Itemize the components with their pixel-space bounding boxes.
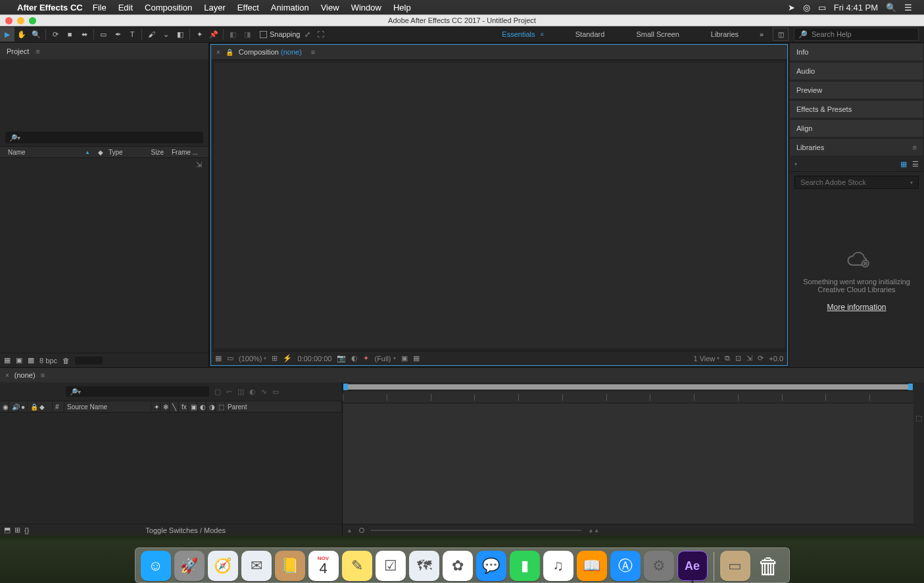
project-search-input[interactable]: 🔎▾ — [5, 132, 203, 143]
new-folder-icon[interactable]: ▣ — [16, 356, 22, 365]
dock-trash-icon[interactable]: 🗑 — [754, 551, 784, 581]
snapping-checkbox-icon[interactable] — [260, 31, 267, 38]
project-col-name[interactable]: Name▲ — [4, 149, 94, 156]
toggle-switches-button[interactable]: Toggle Switches / Modes — [33, 526, 338, 534]
app-name-menu[interactable]: After Effects CC — [17, 3, 83, 13]
delete-icon[interactable]: 🗑 — [62, 357, 70, 365]
timeline-canvas[interactable] — [343, 403, 913, 524]
dock-maps-icon[interactable]: 🗺 — [409, 551, 439, 581]
libraries-dropdown-icon[interactable]: ▾ — [794, 161, 797, 167]
comp-fast-preview-icon[interactable]: ⚡ — [283, 354, 292, 363]
workspace-small-screen[interactable]: Small Screen — [620, 26, 694, 42]
project-tab[interactable]: Project ≡ — [0, 43, 208, 59]
menu-file[interactable]: File — [87, 3, 112, 13]
timeline-tab-close-icon[interactable]: × — [5, 372, 9, 379]
layer-col-video-icon[interactable]: ◉ — [0, 401, 9, 412]
zoom-slider-track[interactable] — [371, 530, 581, 531]
selection-tool-icon[interactable]: ▶ — [0, 27, 14, 41]
zoom-in-icon[interactable]: ▲▲ — [588, 527, 600, 534]
libraries-list-view-icon[interactable]: ☰ — [912, 160, 919, 168]
comp-channel-icon[interactable]: ◐ — [351, 354, 358, 363]
layer-sw-6-icon[interactable]: ◐ — [197, 401, 207, 412]
dock-photos-icon[interactable]: ✿ — [443, 551, 473, 581]
project-col-label-icon[interactable]: ◆ — [94, 149, 105, 156]
dock-launchpad-icon[interactable]: 🚀 — [174, 551, 205, 581]
panel-effects-presets[interactable]: Effects & Presets — [789, 100, 924, 118]
layer-sw-1-icon[interactable]: ✦ — [151, 401, 160, 412]
dock-safari-icon[interactable]: 🧭 — [208, 551, 238, 581]
dock-messages-icon[interactable]: 💬 — [476, 551, 506, 581]
zoom-slider-thumb[interactable] — [359, 528, 364, 533]
layer-col-solo-icon[interactable]: ● — [18, 401, 28, 412]
comp-panel-menu-icon[interactable]: ≡ — [311, 48, 315, 56]
layer-col-lock-icon[interactable]: 🔒 — [28, 401, 37, 412]
clock[interactable]: Fri 4:41 PM — [834, 3, 878, 13]
roto-tool-icon[interactable]: ✦ — [192, 27, 207, 41]
window-zoom-button[interactable] — [29, 17, 36, 24]
rectangle-tool-icon[interactable]: ▭ — [96, 27, 110, 41]
comp-zoom-dropdown[interactable]: (100%) ▾ — [239, 355, 266, 363]
timeline-footer-icon-1[interactable]: ⬒ — [4, 526, 11, 534]
clone-tool-icon[interactable]: ⌄ — [158, 27, 173, 41]
comp-3d-icon[interactable]: ⧉ — [725, 354, 730, 363]
pan-behind-tool-icon[interactable]: ⬌ — [77, 27, 91, 41]
snapping-option-icon[interactable]: ⤢ — [304, 30, 310, 39]
composition-viewer[interactable] — [214, 63, 785, 348]
panel-libraries[interactable]: Libraries ≡ — [789, 138, 924, 157]
comp-tab-lock-icon[interactable]: 🔒 — [226, 49, 233, 56]
libraries-panel-menu-icon[interactable]: ≡ — [913, 143, 917, 151]
workspace-standard[interactable]: Standard — [560, 26, 621, 42]
menu-view[interactable]: View — [315, 3, 345, 13]
workspace-libraries[interactable]: Libraries — [695, 26, 754, 42]
menu-edit[interactable]: Edit — [112, 3, 139, 13]
comp-tab-close-icon[interactable]: × — [216, 49, 220, 56]
comp-timecode[interactable]: 0:00:00:00 — [297, 355, 331, 363]
search-help-input[interactable]: 🔎 Search Help — [794, 28, 919, 41]
dock-finder-icon[interactable]: ☺ — [141, 551, 171, 581]
display-icon[interactable]: ▭ — [818, 3, 826, 13]
menulist-icon[interactable]: ☰ — [904, 3, 912, 13]
comp-res-icon[interactable]: ⊞ — [272, 354, 278, 363]
layer-col-number[interactable]: # — [53, 401, 64, 412]
layer-sw-3-icon[interactable]: ╲ — [170, 401, 179, 412]
layer-sw-5-icon[interactable]: ▣ — [188, 401, 197, 412]
layer-sw-7-icon[interactable]: ◑ — [207, 401, 216, 412]
project-panel-menu-icon[interactable]: ≡ — [36, 47, 39, 55]
libraries-grid-view-icon[interactable]: ▦ — [900, 160, 907, 168]
timeline-panel-menu-icon[interactable]: ≡ — [41, 371, 45, 379]
comp-color-icon[interactable]: ✦ — [363, 354, 369, 363]
libraries-search-input[interactable]: Search Adobe Stock ▾ — [794, 176, 919, 189]
layer-sw-4-icon[interactable]: fx — [179, 401, 188, 412]
panel-audio[interactable]: Audio — [789, 62, 924, 80]
dock-reminders-icon[interactable]: ☑ — [376, 551, 406, 581]
menu-help[interactable]: Help — [387, 3, 417, 13]
menu-effect[interactable]: Effect — [231, 3, 265, 13]
pen-tool-icon[interactable]: ✒ — [110, 27, 125, 41]
flowchart-icon[interactable]: ⇲ — [196, 161, 202, 169]
dock-desktop-image-icon[interactable]: ▭ — [720, 551, 750, 581]
dock-appstore-icon[interactable]: Ⓐ — [610, 551, 641, 581]
project-col-frame[interactable]: Frame ... — [168, 149, 205, 156]
comp-camera-icon[interactable]: ▭ — [227, 354, 233, 363]
comp-preview-icon[interactable]: ⇲ — [746, 354, 752, 363]
mask-toggle-icon[interactable]: ▦ — [215, 354, 222, 363]
libraries-search-dropdown-icon[interactable]: ▾ — [910, 180, 913, 186]
timeline-footer-icon-3[interactable]: {} — [24, 526, 29, 534]
window-close-button[interactable] — [5, 17, 12, 24]
timeline-ruler[interactable] — [343, 392, 913, 403]
spotlight-icon[interactable]: 🔍 — [886, 3, 896, 13]
comp-view-dropdown[interactable]: 1 View ▾ — [693, 355, 719, 363]
brush-tool-icon[interactable]: 🖌 — [144, 27, 158, 41]
layer-col-audio-icon[interactable]: 🔊 — [9, 401, 18, 412]
timeline-layer-list[interactable] — [0, 413, 342, 524]
dock-contacts-icon[interactable]: 📒 — [275, 551, 305, 581]
layer-col-source[interactable]: Source Name — [64, 401, 151, 412]
comp-roi-icon[interactable]: ▣ — [401, 354, 408, 363]
camera-tool-icon[interactable]: ■ — [62, 27, 77, 41]
panel-info[interactable]: Info — [789, 43, 924, 61]
layer-col-parent[interactable]: Parent — [225, 401, 342, 412]
dock-calendar-icon[interactable]: NOV4 — [308, 551, 339, 581]
project-col-type[interactable]: Type — [105, 149, 140, 156]
zoom-tool-icon[interactable]: 🔍 — [29, 27, 43, 41]
dock-preferences-icon[interactable]: ⚙ — [644, 551, 674, 581]
